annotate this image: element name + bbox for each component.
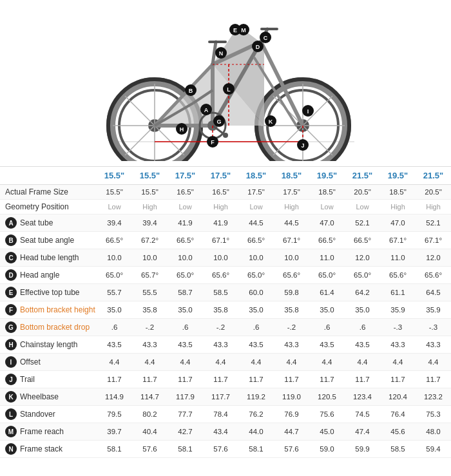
- row-label-col: CHead tube length: [0, 252, 97, 263]
- row-badge-a: A: [5, 217, 17, 229]
- svg-text:L: L: [227, 86, 231, 93]
- cell-r13-c7: 74.5: [345, 410, 380, 418]
- svg-text:B: B: [189, 88, 193, 94]
- table-row: GBottom bracket drop.6-.2.6-.2.6-.2.6.6-…: [0, 319, 451, 336]
- cell-r3-c1: 67.2°: [132, 236, 168, 244]
- cell-r10-c3: 4.4: [203, 358, 238, 366]
- cell-r15-c3: 57.6: [203, 445, 238, 453]
- cell-r10-c2: 4.4: [168, 358, 203, 366]
- cell-r13-c1: 80.2: [132, 410, 168, 418]
- cell-r8-c7: .6: [345, 323, 380, 331]
- size-col-6: 19.5": [309, 171, 345, 180]
- cell-r4-c3: 10.0: [203, 254, 238, 262]
- cell-r10-c5: 4.4: [274, 358, 309, 366]
- svg-text:K: K: [269, 119, 273, 125]
- cell-r0-c8: 18.5": [380, 188, 416, 196]
- cell-r12-c6: 120.5: [309, 393, 345, 401]
- size-col-4: 18.5": [238, 171, 274, 180]
- row-label-text: Bottom bracket drop: [20, 323, 90, 332]
- cell-r9-c6: 43.5: [309, 341, 345, 348]
- cell-r3-c8: 67.1°: [380, 236, 416, 244]
- cell-r8-c5: -.2: [274, 323, 309, 331]
- row-label-col: HChainstay length: [0, 339, 97, 350]
- cell-r6-c4: 60.0: [238, 289, 274, 296]
- row-label-text: Chainstay length: [20, 340, 77, 349]
- cell-r11-c9: 11.7: [416, 376, 451, 383]
- cell-r9-c0: 43.5: [97, 341, 132, 348]
- size-col-5: 18.5": [274, 171, 309, 180]
- row-badge-c: C: [5, 252, 17, 263]
- svg-text:E: E: [233, 27, 237, 33]
- cell-r0-c5: 17.5": [274, 188, 309, 196]
- cell-r7-c2: 35.0: [168, 306, 203, 314]
- table-row: Geometry PositionLowHighLowHighLowHighLo…: [0, 200, 451, 214]
- cell-r13-c6: 75.6: [309, 410, 345, 418]
- cell-r12-c9: 123.2: [416, 393, 451, 401]
- cell-r7-c5: 35.8: [274, 306, 309, 314]
- cell-r11-c1: 11.7: [132, 376, 168, 383]
- row-label-col: Actual Frame Size: [0, 187, 97, 196]
- row-label-text: Frame reach: [20, 427, 64, 436]
- table-row: IOffset4.44.44.44.44.44.44.44.44.44.4: [0, 354, 451, 371]
- cell-r0-c1: 15.5": [132, 188, 168, 196]
- cell-r14-c7: 47.4: [345, 428, 380, 435]
- cell-r6-c5: 59.8: [274, 289, 309, 296]
- row-label-text: Geometry Position: [5, 202, 69, 211]
- row-label-text: Seat tube angle: [20, 236, 74, 245]
- cell-r15-c1: 57.6: [132, 445, 168, 453]
- cell-r8-c9: -.3: [416, 323, 451, 331]
- cell-r7-c7: 35.0: [345, 306, 380, 314]
- size-col-7: 21.5": [345, 171, 380, 180]
- cell-r4-c0: 10.0: [97, 254, 132, 262]
- svg-text:H: H: [180, 126, 184, 133]
- cell-r9-c1: 43.3: [132, 341, 168, 348]
- cell-r2-c7: 52.1: [345, 219, 380, 227]
- cell-r2-c5: 44.5: [274, 219, 309, 227]
- cell-r12-c5: 119.0: [274, 393, 309, 401]
- row-label-col: EEffective top tube: [0, 287, 97, 298]
- size-col-0: 15.5": [97, 171, 132, 180]
- cell-r3-c7: 66.5°: [345, 236, 380, 244]
- cell-r5-c0: 65.0°: [97, 271, 132, 279]
- cell-r9-c3: 43.3: [203, 341, 238, 348]
- row-badge-l: L: [5, 408, 17, 420]
- row-label-text: Offset: [20, 357, 41, 367]
- svg-line-22: [303, 126, 332, 155]
- row-badge-d: D: [5, 269, 17, 281]
- row-label-col: Geometry Position: [0, 202, 97, 211]
- svg-text:I: I: [307, 108, 309, 115]
- cell-r1-c1: High: [132, 203, 168, 211]
- cell-r15-c4: 58.1: [238, 445, 274, 453]
- cell-r14-c3: 43.4: [203, 428, 238, 435]
- cell-r5-c2: 65.0°: [168, 271, 203, 279]
- cell-r14-c1: 40.4: [132, 428, 168, 435]
- cell-r6-c9: 64.5: [416, 289, 451, 296]
- row-badge-g: G: [5, 321, 17, 333]
- cell-r3-c3: 67.1°: [203, 236, 238, 244]
- cell-r14-c4: 44.0: [238, 428, 274, 435]
- cell-r11-c2: 11.7: [168, 376, 203, 383]
- cell-r0-c6: 18.5": [309, 188, 345, 196]
- cell-r9-c9: 43.3: [416, 341, 451, 348]
- row-label-col: FBottom bracket height: [0, 304, 97, 316]
- cell-r3-c9: 67.1°: [416, 236, 451, 244]
- table-row: HChainstay length43.543.343.543.343.543.…: [0, 336, 451, 354]
- cell-r4-c9: 12.0: [416, 254, 451, 262]
- size-col-9: 21.5": [416, 171, 451, 180]
- cell-r12-c8: 120.4: [380, 393, 416, 401]
- cell-r4-c8: 11.0: [380, 254, 416, 262]
- svg-text:G: G: [216, 119, 221, 125]
- cell-r11-c6: 11.7: [309, 376, 345, 383]
- cell-r11-c4: 11.7: [238, 376, 274, 383]
- cell-r12-c4: 119.2: [238, 393, 274, 401]
- cell-r15-c7: 59.9: [345, 445, 380, 453]
- cell-r3-c4: 66.5°: [238, 236, 274, 244]
- row-label-col: ASeat tube: [0, 217, 97, 229]
- cell-r6-c2: 58.7: [168, 289, 203, 296]
- row-label-text: Actual Frame Size: [5, 187, 68, 196]
- cell-r1-c9: High: [416, 203, 451, 211]
- row-badge-n: N: [5, 443, 17, 455]
- cell-r8-c0: .6: [97, 323, 132, 331]
- cell-r10-c8: 4.4: [380, 358, 416, 366]
- table-row: BSeat tube angle66.5°67.2°66.5°67.1°66.5…: [0, 232, 451, 249]
